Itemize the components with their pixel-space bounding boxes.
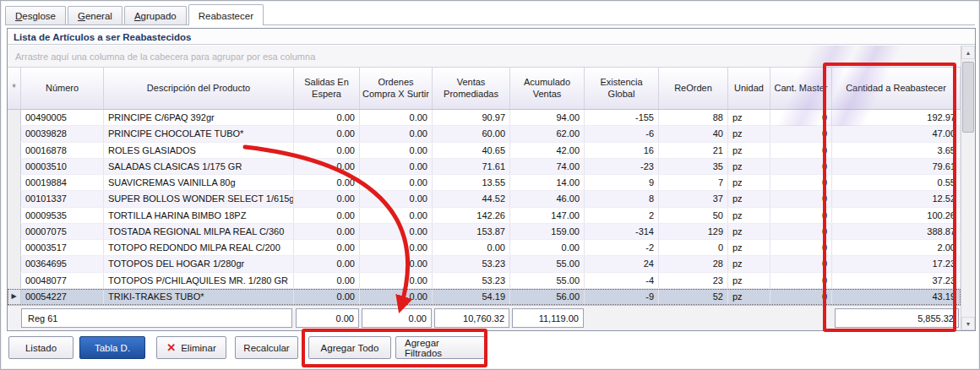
table-row[interactable]: 00039828PRINCIPE CHOCOLATE TUBO*0.000.00… xyxy=(8,126,961,142)
cell-cantidad: 3.65 xyxy=(832,143,961,158)
group-by-drop-zone[interactable]: Arrastre aquí una columna de la cabecera… xyxy=(8,46,961,68)
table-row[interactable]: 00101337SUPER BOLLOS WONDER SELECT 1/615… xyxy=(8,191,961,207)
cell-descripcion: TOSTADA REGIONAL MILPA REAL C/360 xyxy=(104,224,294,239)
scroll-up-icon[interactable]: ▲ xyxy=(961,46,975,59)
table-row[interactable]: 00048077TOTOPOS P/CHILAQUILES MR. 1/280 … xyxy=(8,273,961,289)
cell-salidas: 0.00 xyxy=(294,208,360,223)
recalcular-button-label: Recalcular xyxy=(243,343,289,353)
column-header-salidas[interactable]: Salidas En Espera xyxy=(294,68,360,109)
vertical-scrollbar[interactable]: ▲ ▼ xyxy=(961,46,975,330)
row-indicator xyxy=(8,175,21,190)
cell-master: 0 xyxy=(770,256,832,271)
column-header-reorden[interactable]: ReOrden xyxy=(659,68,728,109)
cell-ordenes: 0.00 xyxy=(360,126,433,141)
column-header-ventas[interactable]: Ventas Promediadas xyxy=(433,68,510,109)
cell-reorden: 28 xyxy=(659,256,728,271)
cell-reorden: 23 xyxy=(659,273,728,288)
cell-salidas: 0.00 xyxy=(294,256,360,271)
cell-existencia: -23 xyxy=(585,159,659,174)
cell-existencia: -155 xyxy=(585,110,659,125)
footer-ordenes-total: 0.00 xyxy=(362,308,432,328)
tab-reabastecer[interactable]: Reabastecer xyxy=(188,4,264,25)
scroll-down-icon[interactable]: ▼ xyxy=(961,317,975,330)
grid-main: Arrastre aquí una columna de la cabecera… xyxy=(8,46,961,330)
current-row-indicator-icon: ▶ xyxy=(8,289,21,304)
table-row[interactable]: ▶00054227TRIKI-TRAKES TUBO*0.000.0054.19… xyxy=(8,289,961,305)
cell-numero: 00016878 xyxy=(21,143,104,158)
cell-ventas: 13.55 xyxy=(433,175,510,190)
cell-unidad: pz xyxy=(728,240,770,255)
app-window: DesgloseGeneralAgrupadoReabastecer Lista… xyxy=(0,0,980,370)
cell-existencia: 2 xyxy=(585,208,659,223)
grid-header-row: *NúmeroDescripción del ProductoSalidas E… xyxy=(8,68,961,110)
column-header-numero[interactable]: Número xyxy=(21,68,104,109)
agregar-todo-button[interactable]: Agregar Todo xyxy=(308,336,391,359)
row-indicator xyxy=(8,256,21,271)
cell-ordenes: 0.00 xyxy=(360,175,433,190)
cell-master: 0 xyxy=(770,224,832,239)
cell-unidad: pz xyxy=(728,110,770,125)
row-indicator xyxy=(8,273,21,288)
cell-acumulado: 46.00 xyxy=(510,191,585,206)
cell-salidas: 0.00 xyxy=(294,240,360,255)
column-header-unidad[interactable]: Unidad xyxy=(728,68,770,109)
agregar-filtrados-button[interactable]: Agregar Filtrados xyxy=(395,336,485,359)
eliminar-button[interactable]: ✕ Eliminar xyxy=(156,336,226,359)
column-header-descripcion[interactable]: Descripción del Producto xyxy=(104,68,294,109)
table-row[interactable]: 00364695TOTOPOS DEL HOGAR 1/280gr0.000.0… xyxy=(8,256,961,272)
cell-reorden: 52 xyxy=(659,289,728,304)
cell-salidas: 0.00 xyxy=(294,191,360,206)
cell-existencia: 9 xyxy=(585,175,659,190)
cell-existencia: 16 xyxy=(585,143,659,158)
table-row[interactable]: 00003517TOTOPO REDONDO MILPA REAL C/2000… xyxy=(8,240,961,256)
cell-descripcion: PRINCIPE CHOCOLATE TUBO* xyxy=(104,126,294,141)
cell-master: 0 xyxy=(770,159,832,174)
cell-salidas: 0.00 xyxy=(294,224,360,239)
cell-salidas: 0.00 xyxy=(294,143,360,158)
cell-reorden: 50 xyxy=(659,208,728,223)
column-header-acumulado[interactable]: Acumulado Ventas xyxy=(510,68,585,109)
cell-unidad: pz xyxy=(728,159,770,174)
column-header-ordenes[interactable]: Ordenes Compra X Surtir xyxy=(360,68,433,109)
column-header-cantidad[interactable]: Cantidad a Reabastecer xyxy=(832,68,961,109)
cell-master: 0 xyxy=(770,191,832,206)
table-row[interactable]: 00007075TOSTADA REGIONAL MILPA REAL C/36… xyxy=(8,224,961,240)
cell-ordenes: 0.00 xyxy=(360,289,433,304)
cell-master: 0 xyxy=(770,273,832,288)
table-row[interactable]: 00003510SALADAS CLASICAS 1/175 GR0.000.0… xyxy=(8,159,961,175)
tabla-d-button-label: Tabla D. xyxy=(95,343,130,353)
cell-descripcion: TOTOPOS P/CHILAQUILES MR. 1/280 GR xyxy=(104,273,294,288)
table-row[interactable]: 00490005PRINCIPE C/6PAQ 392gr0.000.0090.… xyxy=(8,110,961,126)
table-row[interactable]: 00019884SUAVICREMAS VAINILLA 80g0.000.00… xyxy=(8,175,961,191)
cell-cantidad: 17.23 xyxy=(832,256,961,271)
listado-button[interactable]: Listado xyxy=(8,336,74,359)
cell-numero: 00048077 xyxy=(21,273,104,288)
tabla-d-button[interactable]: Tabla D. xyxy=(79,336,145,359)
cell-master: 0 xyxy=(770,208,832,223)
tab-general[interactable]: General xyxy=(68,6,122,24)
tab-agrupado[interactable]: Agrupado xyxy=(124,6,187,24)
cell-ventas: 53.23 xyxy=(433,256,510,271)
reabastecer-panel: Lista de Artículos a ser Reabastecidos A… xyxy=(7,28,976,331)
footer-salidas-total: 0.00 xyxy=(296,308,359,328)
row-indicator xyxy=(8,208,21,223)
tab-desglose[interactable]: Desglose xyxy=(5,6,66,24)
column-header-master[interactable]: Cant. Master xyxy=(770,68,832,109)
cell-ventas: 53.23 xyxy=(433,273,510,288)
cell-ventas: 40.65 xyxy=(433,143,510,158)
column-header-existencia[interactable]: Existencia Global xyxy=(585,68,659,109)
table-row[interactable]: 00009535TORTILLA HARINA BIMBO 18PZ0.000.… xyxy=(8,208,961,224)
row-indicator xyxy=(8,191,21,206)
cell-ordenes: 0.00 xyxy=(360,208,433,223)
recalcular-button[interactable]: Recalcular xyxy=(235,336,298,359)
scrollbar-thumb[interactable] xyxy=(962,62,974,133)
grid-footer: Reg 61 0.00 0.00 10,760.32 11,119.00 5,8… xyxy=(8,305,961,330)
cell-master: 0 xyxy=(770,126,832,141)
row-indicator xyxy=(8,143,21,158)
row-indicator xyxy=(8,126,21,141)
cell-descripcion: TORTILLA HARINA BIMBO 18PZ xyxy=(104,208,294,223)
cell-master: 0 xyxy=(770,175,832,190)
cell-cantidad: 43.19 xyxy=(832,289,961,304)
cell-reorden: 7 xyxy=(659,175,728,190)
table-row[interactable]: 00016878ROLES GLASIADOS0.000.0040.6542.0… xyxy=(8,143,961,159)
